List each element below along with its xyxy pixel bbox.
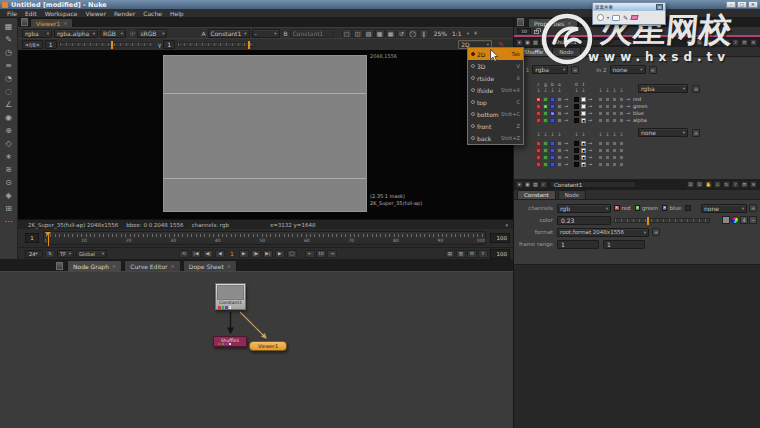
panel-menu-icon[interactable] xyxy=(56,262,63,270)
out1-dropdown[interactable]: rgba▾ xyxy=(638,84,688,93)
shuffle-name-field[interactable]: Shuffle1 xyxy=(550,39,636,46)
menu-edit[interactable]: Edit xyxy=(21,10,41,17)
matrix-checkbox[interactable] xyxy=(598,155,603,160)
chat-icon[interactable] xyxy=(612,15,620,21)
channel-icon[interactable]: ≡ xyxy=(2,59,16,72)
matrix-checkbox[interactable] xyxy=(536,104,541,109)
close-icon[interactable]: × xyxy=(171,263,175,269)
enable-check-icon[interactable]: ✓ xyxy=(540,181,547,188)
deep-icon[interactable]: ≋ xyxy=(2,163,16,176)
matrix-checkbox[interactable] xyxy=(605,118,610,123)
menu-workspace[interactable]: Workspace xyxy=(41,10,82,17)
tab-dope-sheet[interactable]: Dope Sheet× xyxy=(183,260,237,271)
color-swatch-button[interactable] xyxy=(722,216,730,224)
matrix-checkbox[interactable] xyxy=(598,111,603,116)
matrix-checkbox[interactable] xyxy=(619,141,624,146)
max-panels-input[interactable]: 10 xyxy=(517,28,531,34)
checkbox-green[interactable] xyxy=(635,205,641,211)
refresh-icon[interactable]: ↺ xyxy=(397,29,407,38)
matrix-checkbox[interactable] xyxy=(598,162,603,167)
store-b-icon[interactable]: Ⓢ xyxy=(696,39,703,46)
flipbook-range-icon[interactable]: ▥ xyxy=(456,250,466,258)
flipbook-icon[interactable]: ▤ xyxy=(445,250,455,258)
in2-dropdown[interactable]: none▾ xyxy=(610,65,646,74)
matrix-checkbox[interactable] xyxy=(605,148,610,153)
matrix-checkbox[interactable] xyxy=(605,111,610,116)
help-icon[interactable]: ? xyxy=(732,181,739,188)
menu-render[interactable]: Render xyxy=(110,10,139,17)
swap-ab-icon[interactable]: ▫ xyxy=(714,39,721,46)
matrix-checkbox[interactable] xyxy=(612,118,617,123)
matrix-checkbox[interactable] xyxy=(574,118,579,123)
matrix-checkbox[interactable] xyxy=(557,162,562,167)
out-equals-button[interactable]: = xyxy=(692,85,700,93)
channels-dropdown[interactable]: rgb▾ xyxy=(557,204,611,213)
matrix-checkbox[interactable] xyxy=(581,162,586,167)
close-panel-icon[interactable]: ✕ xyxy=(750,181,757,188)
curve-button[interactable]: ~ xyxy=(749,216,757,224)
matrix-checkbox[interactable] xyxy=(536,141,541,146)
menu-help[interactable]: Help xyxy=(166,10,188,17)
color-wheel-button[interactable] xyxy=(731,216,739,224)
tab-constant-node[interactable]: Node xyxy=(558,190,586,199)
node-viewer1[interactable]: Viewer1 xyxy=(249,341,287,351)
matrix-checkbox[interactable] xyxy=(543,148,548,153)
out2-dropdown[interactable]: none▾ xyxy=(638,128,688,137)
matrix-checkbox[interactable] xyxy=(581,111,586,116)
caret-down-icon[interactable]: ▾ xyxy=(607,15,609,20)
tab-constant[interactable]: Constant xyxy=(517,190,556,199)
menu-cache[interactable]: Cache xyxy=(139,10,166,17)
color-icon[interactable]: ◔ xyxy=(2,72,16,85)
filter-icon[interactable]: ◌ xyxy=(2,85,16,98)
matrix-checkbox[interactable] xyxy=(543,141,548,146)
frame-start-input[interactable]: 1 xyxy=(557,240,599,249)
store-a-icon[interactable]: Ⓢ xyxy=(687,39,694,46)
matrix-checkbox[interactable] xyxy=(543,104,548,109)
matrix-checkbox[interactable] xyxy=(550,148,555,153)
stack-icon[interactable]: ▩ xyxy=(375,29,385,38)
matrix-checkbox[interactable] xyxy=(557,104,562,109)
close-icon[interactable]: × xyxy=(567,20,571,26)
panel-menu-icon[interactable] xyxy=(517,18,524,26)
revert-icon[interactable]: ↻ xyxy=(723,39,730,46)
matrix-checkbox[interactable] xyxy=(543,162,548,167)
matrix-checkbox[interactable] xyxy=(550,97,555,102)
minimize-button[interactable]: – xyxy=(726,1,736,8)
menu-viewer[interactable]: Viewer xyxy=(81,10,109,17)
matrix-checkbox[interactable] xyxy=(605,162,610,167)
matrix-checkbox[interactable] xyxy=(612,141,617,146)
matrix-checkbox[interactable] xyxy=(612,104,617,109)
matrix-checkbox[interactable] xyxy=(605,141,610,146)
step-back-icon[interactable]: ◀ xyxy=(215,250,225,258)
viewer-lut-dropdown[interactable]: sRGB▾ xyxy=(137,29,167,38)
3d-icon[interactable]: ◇ xyxy=(2,137,16,150)
toolsets-icon[interactable]: ⊞ xyxy=(2,202,16,215)
matrix-checkbox[interactable] xyxy=(557,118,562,123)
input-a-dropdown[interactable]: Constant1▾ xyxy=(208,29,250,38)
matrix-checkbox[interactable] xyxy=(550,162,555,167)
loop-icon[interactable]: ◯ xyxy=(287,250,297,258)
checker-icon[interactable]: ▨ xyxy=(364,29,374,38)
node-constant1[interactable]: Constant1 xyxy=(215,283,246,310)
float-panel-icon[interactable]: ⊡ xyxy=(741,181,748,188)
multi-slider-button[interactable]: 4 xyxy=(740,216,748,224)
playback-mode-dropdown[interactable]: TF▾ xyxy=(57,250,74,258)
panel-menu-icon[interactable] xyxy=(21,18,28,26)
close-icon[interactable]: × xyxy=(112,263,116,269)
matrix-checkbox[interactable] xyxy=(605,104,610,109)
goto-start-icon[interactable]: |◀ xyxy=(191,250,201,258)
matrix-checkbox[interactable] xyxy=(550,141,555,146)
matrix-checkbox[interactable] xyxy=(598,104,603,109)
matrix-checkbox[interactable] xyxy=(574,162,579,167)
step-forward-icon[interactable]: ▶ xyxy=(239,250,249,258)
gain-value[interactable]: 1 xyxy=(45,40,57,49)
wipe-icon[interactable]: ◫ xyxy=(353,29,363,38)
keyer-icon[interactable]: ∠ xyxy=(2,98,16,111)
matrix-checkbox[interactable] xyxy=(619,97,624,102)
menu-file[interactable]: File xyxy=(3,10,21,17)
merge-icon[interactable]: ◉ xyxy=(2,111,16,124)
skip-value[interactable]: 10 xyxy=(316,250,326,258)
matrix-checkbox[interactable] xyxy=(598,141,603,146)
pin-panel-icon[interactable]: ✋ xyxy=(705,39,712,46)
input-b-dropdown[interactable]: Constant1 xyxy=(290,29,334,38)
